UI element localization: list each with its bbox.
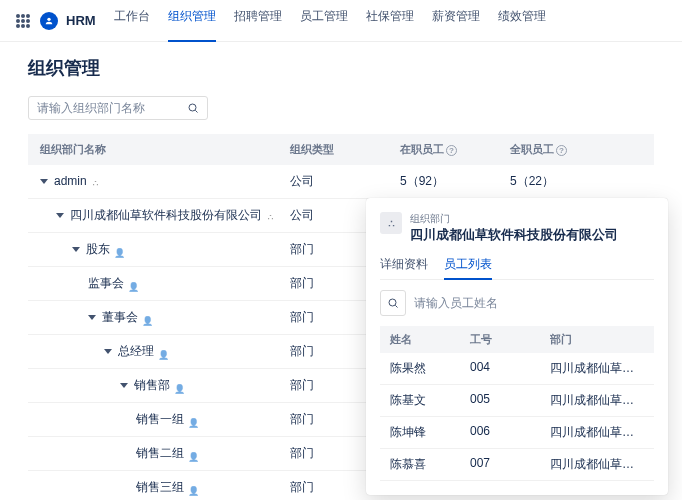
user-icon <box>114 245 124 255</box>
detail-panel: ⛬ 组织部门 四川成都仙草软件科技股份有限公司 详细资料员工列表 姓名 工号 部… <box>366 198 668 495</box>
app-logo-icon <box>40 12 58 30</box>
emp-dept: 四川成都仙草软件科... <box>550 360 644 377</box>
nav-tab-5[interactable]: 薪资管理 <box>432 8 480 33</box>
row-name: admin <box>54 174 87 188</box>
org-icon: ⛬ <box>380 212 402 234</box>
row-name: 总经理 <box>118 344 154 358</box>
panel-tab-0[interactable]: 详细资料 <box>380 256 428 279</box>
caret-icon[interactable] <box>40 179 48 184</box>
pcol-id: 工号 <box>470 332 550 347</box>
user-icon <box>128 279 138 289</box>
row-name: 销售二组 <box>136 446 184 460</box>
row-name: 董事会 <box>102 310 138 324</box>
org-icon <box>266 209 275 223</box>
help-icon[interactable]: ? <box>446 145 457 156</box>
search-box <box>28 96 208 120</box>
col-header-active: 在职员工? <box>400 142 510 157</box>
caret-icon[interactable] <box>120 383 128 388</box>
table-row[interactable]: admin公司5（92）5（22） <box>28 165 654 199</box>
table-header: 组织部门名称 组织类型 在职员工? 全职员工? <box>28 134 654 165</box>
row-name: 四川成都仙草软件科技股份有限公司 <box>70 208 262 222</box>
panel-title: 四川成都仙草软件科技股份有限公司 <box>410 226 618 244</box>
svg-line-2 <box>195 110 197 112</box>
user-icon <box>174 381 184 391</box>
row-name: 监事会 <box>88 276 124 290</box>
svg-point-1 <box>189 104 196 111</box>
user-icon <box>188 483 198 493</box>
search-icon[interactable] <box>187 102 199 114</box>
emp-name: 陈慕喜 <box>390 456 470 473</box>
panel-search-button[interactable] <box>380 290 406 316</box>
nav-tab-2[interactable]: 招聘管理 <box>234 8 282 33</box>
search-icon <box>387 297 399 309</box>
caret-icon[interactable] <box>88 315 96 320</box>
col-header-total: 全职员工? <box>510 142 642 157</box>
user-icon <box>188 415 198 425</box>
emp-name: 陈基文 <box>390 392 470 409</box>
app-header: HRM 工作台组织管理招聘管理员工管理社保管理薪资管理绩效管理 <box>0 0 682 42</box>
panel-row[interactable]: 陈坤锋006四川成都仙草软件科... <box>380 417 654 449</box>
caret-icon[interactable] <box>104 349 112 354</box>
panel-row[interactable]: 陈慕喜007四川成都仙草软件科... <box>380 449 654 481</box>
panel-tab-1[interactable]: 员工列表 <box>444 256 492 279</box>
emp-dept: 四川成都仙草软件科... <box>550 424 644 441</box>
nav-tab-3[interactable]: 员工管理 <box>300 8 348 33</box>
panel-header: ⛬ 组织部门 四川成都仙草软件科技股份有限公司 <box>380 212 654 244</box>
panel-row[interactable]: 陈果然004四川成都仙草软件科... <box>380 353 654 385</box>
emp-dept: 四川成都仙草软件科... <box>550 456 644 473</box>
page-title: 组织管理 <box>28 56 654 80</box>
emp-name: 陈果然 <box>390 360 470 377</box>
emp-name: 陈坤锋 <box>390 424 470 441</box>
col-header-type: 组织类型 <box>290 142 400 157</box>
user-icon <box>142 313 152 323</box>
row-active: 5（92） <box>400 173 510 190</box>
emp-id: 007 <box>470 456 550 473</box>
nav-tab-6[interactable]: 绩效管理 <box>498 8 546 33</box>
row-name: 股东 <box>86 242 110 256</box>
emp-id: 005 <box>470 392 550 409</box>
panel-subtitle: 组织部门 <box>410 212 618 226</box>
org-icon <box>91 175 100 189</box>
nav-tabs: 工作台组织管理招聘管理员工管理社保管理薪资管理绩效管理 <box>114 8 546 33</box>
row-name: 销售三组 <box>136 480 184 494</box>
panel-search-input[interactable] <box>414 296 654 310</box>
nav-tab-0[interactable]: 工作台 <box>114 8 150 33</box>
panel-row[interactable]: 陈基文005四川成都仙草软件科... <box>380 385 654 417</box>
help-icon[interactable]: ? <box>556 145 567 156</box>
app-name: HRM <box>66 13 96 28</box>
nav-tab-4[interactable]: 社保管理 <box>366 8 414 33</box>
row-type: 公司 <box>290 173 400 190</box>
row-name: 销售一组 <box>136 412 184 426</box>
svg-point-0 <box>47 17 50 20</box>
emp-dept: 四川成都仙草软件科... <box>550 392 644 409</box>
panel-tabs: 详细资料员工列表 <box>380 256 654 280</box>
panel-search <box>380 290 654 316</box>
row-name: 销售部 <box>134 378 170 392</box>
caret-icon[interactable] <box>56 213 64 218</box>
emp-id: 004 <box>470 360 550 377</box>
panel-table-header: 姓名 工号 部门 <box>380 326 654 353</box>
user-icon <box>188 449 198 459</box>
apps-grid-icon[interactable] <box>16 14 30 28</box>
pcol-name: 姓名 <box>390 332 470 347</box>
pcol-dept: 部门 <box>550 332 644 347</box>
nav-tab-1[interactable]: 组织管理 <box>168 8 216 33</box>
row-total: 5（22） <box>510 173 642 190</box>
emp-id: 006 <box>470 424 550 441</box>
svg-line-4 <box>395 305 397 307</box>
search-input[interactable] <box>37 101 187 115</box>
caret-icon[interactable] <box>72 247 80 252</box>
col-header-name: 组织部门名称 <box>40 142 290 157</box>
user-icon <box>158 347 168 357</box>
svg-point-3 <box>389 299 396 306</box>
